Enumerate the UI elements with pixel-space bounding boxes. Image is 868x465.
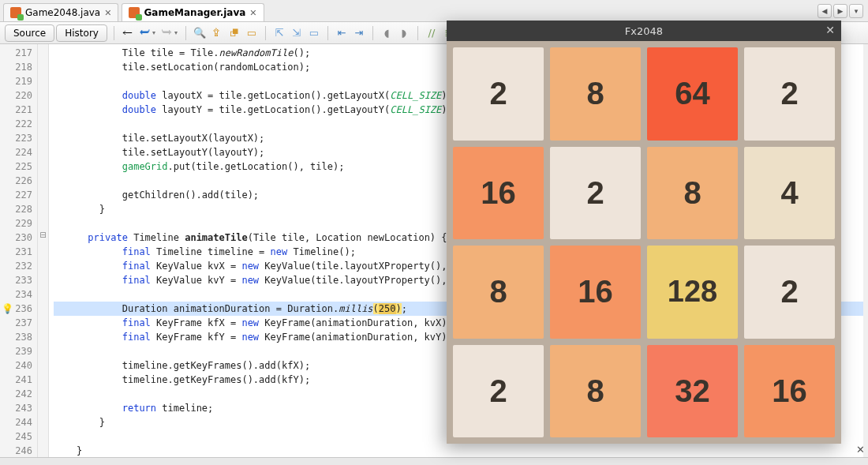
separator [265,26,266,40]
line-number[interactable]: 222 [0,117,32,131]
line-number[interactable]: 238 [0,330,32,344]
game-tile: 2 [550,147,641,240]
line-number[interactable]: 221 [0,103,32,117]
line-number[interactable]: 226 [0,174,32,188]
line-number[interactable]: 219 [0,74,32,88]
java-file-icon [10,7,21,18]
close-icon[interactable]: ✕ [249,8,256,18]
close-icon[interactable]: ✕ [825,24,835,36]
game-tile: 8 [453,246,544,339]
game-tile: 8 [550,47,641,141]
tab-list-button[interactable]: ▾ [849,4,863,18]
game-tile: 8 [647,147,738,240]
game-tile: 16 [550,246,641,339]
line-gutter[interactable]: 💡 21721821922022122222322422522622722822… [0,44,38,457]
macro-stop-icon[interactable]: ◗ [397,26,411,40]
game-tile: 2 [744,246,835,339]
line-number[interactable]: 217 [0,46,32,60]
fold-gutter[interactable]: ⊟ [38,44,49,457]
separator [372,26,373,40]
line-number[interactable]: 227 [0,188,32,202]
file-tab-game2048[interactable]: Game2048.java ✕ [3,3,118,21]
line-number[interactable]: 237 [0,316,32,330]
file-tabs-bar: Game2048.java ✕ GameManager.java ✕ ◀ ▶ ▾ [0,0,868,22]
tab-prev-button[interactable]: ◀ [817,4,832,18]
shift-left-icon[interactable]: ⇤ [335,26,349,40]
line-number[interactable]: 224 [0,145,32,159]
game-tile: 2 [453,47,544,141]
line-number[interactable]: 233 [0,273,32,287]
status-bar [0,457,868,465]
game-tile: 128 [647,246,738,339]
comment-icon[interactable]: // [425,26,439,40]
line-number[interactable]: 230 [0,231,32,245]
java-file-icon [129,7,140,18]
fx2048-window[interactable]: Fx2048 ✕ 28642162848161282283216 [447,21,841,444]
line-number[interactable]: 242 [0,387,32,401]
file-tab-gamemanager[interactable]: GameManager.java ✕ [122,3,264,21]
game-tile: 8 [550,345,641,438]
game-tile: 2 [744,47,835,141]
line-number[interactable]: 240 [0,358,32,373]
line-number[interactable]: 225 [0,159,32,174]
line-number[interactable]: 218 [0,60,32,74]
line-number[interactable]: 246 [0,444,32,458]
line-number[interactable]: 234 [0,287,32,302]
macro-start-icon[interactable]: ◖ [380,26,394,40]
forward-icon[interactable]: ⮩ [160,26,174,40]
game-tile: 2 [453,345,544,438]
line-number[interactable]: 232 [0,259,32,273]
line-number[interactable]: 228 [0,202,32,216]
last-edit-icon[interactable]: 🡐 [121,26,135,40]
line-number[interactable]: 239 [0,344,32,358]
toggle-bookmark-icon[interactable]: ▭ [307,26,321,40]
game-board[interactable]: 28642162848161282283216 [447,41,841,444]
line-number[interactable]: 243 [0,401,32,415]
find-next-icon[interactable]: ⮻ [227,26,241,40]
tab-nav-controls: ◀ ▶ ▾ [817,0,868,21]
separator [185,26,186,40]
next-bookmark-icon[interactable]: ⇲ [290,26,304,40]
separator [417,26,418,40]
find-selection-icon[interactable]: 🔍 [193,26,207,40]
line-number[interactable]: 231 [0,245,32,259]
file-tab-label: Game2048.java [25,7,100,18]
line-number[interactable]: 220 [0,88,32,103]
find-prev-icon[interactable]: ⮸ [210,26,224,40]
shift-right-icon[interactable]: ⇥ [352,26,366,40]
game-tile: 16 [453,147,544,240]
line-number[interactable]: 241 [0,373,32,387]
lightbulb-icon[interactable]: 💡 [2,302,13,316]
line-number[interactable]: 223 [0,131,32,145]
game-tile: 4 [744,147,835,240]
fx2048-titlebar[interactable]: Fx2048 ✕ [447,21,841,41]
game-tile: 32 [647,345,738,438]
game-tile: 16 [744,345,835,438]
prev-bookmark-icon[interactable]: ⇱ [272,26,286,40]
back-icon[interactable]: ⮨ [138,26,152,40]
separator [327,26,328,40]
file-tab-label: GameManager.java [144,7,245,18]
game-tile: 64 [647,47,738,141]
line-number[interactable]: 229 [0,216,32,231]
separator [114,26,114,40]
line-number[interactable]: 245 [0,429,32,444]
source-view-button[interactable]: Source [5,24,54,42]
window-title: Fx2048 [625,25,663,37]
toggle-highlight-icon[interactable]: ▭ [245,26,259,40]
vertical-scrollbar[interactable] [863,44,868,457]
history-view-button[interactable]: History [56,24,107,42]
tab-next-button[interactable]: ▶ [833,4,847,18]
line-number[interactable]: 244 [0,415,32,429]
close-icon[interactable]: ✕ [104,8,111,18]
